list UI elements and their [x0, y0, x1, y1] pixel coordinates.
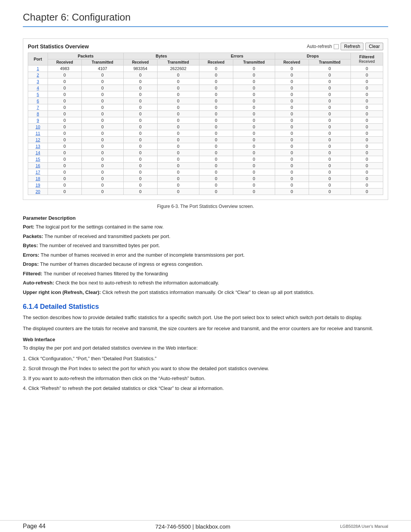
table-cell: 0 [157, 78, 199, 85]
table-cell: 0 [123, 169, 157, 176]
port-link[interactable]: 13 [28, 143, 48, 150]
table-cell: 0 [233, 143, 275, 150]
port-link[interactable]: 12 [28, 137, 48, 143]
table-cell: 0 [123, 163, 157, 169]
table-cell: 0 [350, 91, 383, 98]
table-cell: 0 [123, 189, 157, 195]
table-cell: 0 [81, 72, 123, 78]
table-cell: 0 [275, 104, 309, 111]
table-cell: 0 [350, 143, 383, 150]
table-cell: 0 [81, 130, 123, 137]
errors-transmitted-header: Transmitted [233, 59, 275, 66]
step-item: 2. Scroll through the Port Index to sele… [23, 365, 388, 373]
clear-button[interactable]: Clear [365, 43, 383, 50]
auto-refresh-checkbox[interactable] [334, 44, 339, 49]
table-cell: 0 [309, 176, 350, 182]
table-cell: 0 [233, 91, 275, 98]
port-link[interactable]: 2 [28, 72, 48, 78]
table-cell: 0 [81, 104, 123, 111]
table-cell: 0 [309, 91, 350, 98]
table-cell: 0 [309, 150, 350, 156]
table-cell: 0 [48, 111, 82, 117]
param-description-section: Parameter Description Port: The logical … [23, 215, 388, 296]
table-cell: 0 [157, 91, 199, 98]
table-cell: 0 [309, 130, 350, 137]
footer-phone: 724-746-5500 | blackbox.com [155, 523, 230, 530]
port-link[interactable]: 11 [28, 130, 48, 137]
table-cell: 0 [81, 189, 123, 195]
table-cell: 0 [233, 104, 275, 111]
table-cell: 0 [309, 137, 350, 143]
table-cell: 0 [275, 91, 309, 98]
table-cell: 0 [199, 169, 233, 176]
table-cell: 0 [81, 176, 123, 182]
port-link[interactable]: 14 [28, 150, 48, 156]
table-cell: 0 [199, 176, 233, 182]
table-cell: 0 [275, 143, 309, 150]
detailed-statistics-heading: 6.1.4 Detailed Statistics [23, 303, 388, 311]
table-cell: 0 [123, 117, 157, 124]
port-link[interactable]: 9 [28, 117, 48, 124]
param-item: Errors: The number of frames received in… [23, 251, 388, 259]
table-cell: 0 [275, 176, 309, 182]
table-cell: 0 [157, 124, 199, 130]
table-cell: 0 [233, 163, 275, 169]
table-cell: 0 [350, 66, 383, 72]
param-item: Packets: The number of received and tran… [23, 233, 388, 240]
port-link[interactable]: 15 [28, 156, 48, 163]
table-cell: 0 [157, 72, 199, 78]
port-link[interactable]: 18 [28, 176, 48, 182]
packets-transmitted-header: Transmitted [81, 59, 123, 66]
port-link[interactable]: 17 [28, 169, 48, 176]
table-cell: 0 [123, 98, 157, 104]
table-cell: 0 [275, 156, 309, 163]
table-cell: 0 [350, 72, 383, 78]
table-cell: 0 [309, 72, 350, 78]
table-cell: 0 [157, 182, 199, 189]
port-link[interactable]: 6 [28, 98, 48, 104]
table-cell: 0 [309, 111, 350, 117]
filtered-group-header: FilteredReceived [350, 53, 383, 66]
table-cell: 0 [275, 78, 309, 85]
port-link[interactable]: 5 [28, 91, 48, 98]
port-stats-table: Port Packets Bytes Errors Drops Filtered… [28, 53, 383, 195]
port-link[interactable]: 1 [28, 66, 48, 72]
table-cell: 0 [309, 124, 350, 130]
port-link[interactable]: 4 [28, 85, 48, 91]
port-group-header: Port [28, 53, 48, 66]
table-cell: 0 [81, 156, 123, 163]
port-link[interactable]: 16 [28, 163, 48, 169]
table-cell: 0 [233, 137, 275, 143]
table-cell: 0 [309, 104, 350, 111]
errors-received-header: Received [199, 59, 233, 66]
table-cell: 0 [309, 78, 350, 85]
port-link[interactable]: 7 [28, 104, 48, 111]
table-cell: 0 [157, 111, 199, 117]
table-cell: 0 [350, 176, 383, 182]
port-link[interactable]: 20 [28, 189, 48, 195]
table-cell: 0 [48, 189, 82, 195]
table-cell: 0 [233, 72, 275, 78]
table-cell: 0 [233, 111, 275, 117]
table-cell: 0 [275, 189, 309, 195]
port-link[interactable]: 8 [28, 111, 48, 117]
footer-manual: LGB5028A User's Manual [340, 524, 388, 529]
table-cell: 0 [199, 104, 233, 111]
table-cell: 0 [48, 72, 82, 78]
port-link[interactable]: 10 [28, 124, 48, 130]
table-cell: 0 [275, 182, 309, 189]
port-link[interactable]: 3 [28, 78, 48, 85]
table-cell: 0 [233, 85, 275, 91]
table-cell: 0 [350, 85, 383, 91]
table-cell: 0 [309, 143, 350, 150]
table-cell: 0 [48, 150, 82, 156]
step-item: 1. Click “Configuration,” “Port,” then “… [23, 355, 388, 363]
table-cell: 0 [123, 156, 157, 163]
table-cell: 0 [199, 137, 233, 143]
table-cell: 0 [350, 117, 383, 124]
refresh-button[interactable]: Refresh [341, 43, 363, 50]
table-cell: 0 [123, 72, 157, 78]
port-link[interactable]: 19 [28, 182, 48, 189]
table-cell: 0 [309, 85, 350, 91]
param-description-heading: Parameter Description [23, 215, 388, 221]
